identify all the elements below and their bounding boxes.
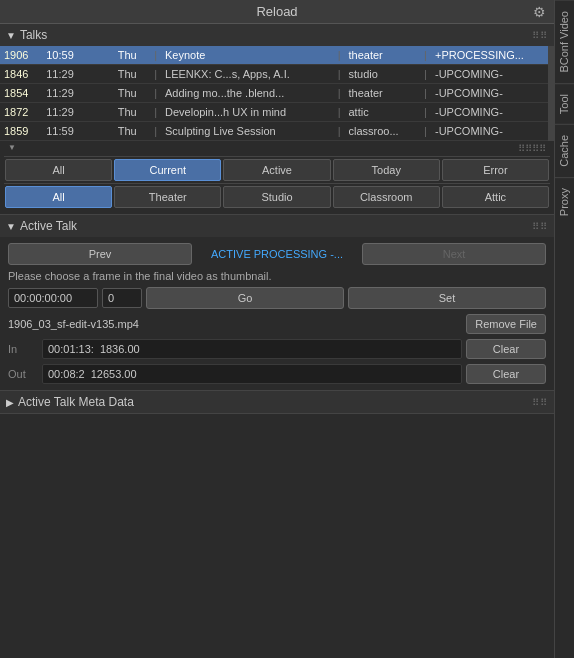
filter-row1-btn-active[interactable]: Active [223, 159, 330, 181]
row-time: 11:59 [42, 122, 114, 141]
active-talk-meta-section: ▶ Active Talk Meta Data ⠿⠿ [0, 391, 554, 414]
row-sep2: | [334, 103, 345, 122]
row-room: theater [345, 46, 421, 65]
row-day: Thu [114, 46, 150, 65]
prev-button[interactable]: Prev [8, 243, 192, 265]
row-status: +PROCESSING... [431, 46, 548, 65]
filter-row2-btn-attic[interactable]: Attic [442, 186, 549, 208]
filter-row1-btn-error[interactable]: Error [442, 159, 549, 181]
active-talk-header[interactable]: ▼ Active Talk ⠿⠿ [0, 215, 554, 237]
table-row[interactable]: 1872 11:29 Thu | Developin...h UX in min… [0, 103, 548, 122]
row-status: -UPCOMING- [431, 103, 548, 122]
set-button[interactable]: Set [348, 287, 546, 309]
row-sep3: | [420, 46, 431, 65]
main-content: Reload ⚙ ▼ Talks ⠿⠿ 1906 10:59 Thu | Key… [0, 0, 554, 658]
clear-out-button[interactable]: Clear [466, 364, 546, 384]
filter-row1-btn-today[interactable]: Today [333, 159, 440, 181]
row-sep3: | [420, 65, 431, 84]
out-label: Out [8, 368, 38, 380]
out-timecode-display: 00:08:2 12653.00 [42, 364, 462, 384]
out-time: 00:08:2 [48, 368, 85, 380]
row-id: 1872 [0, 103, 42, 122]
row-id: 1854 [0, 84, 42, 103]
row-sep1: | [150, 84, 161, 103]
scroll-triangle: ▼ [8, 143, 16, 154]
next-button[interactable]: Next [362, 243, 546, 265]
filename-text: 1906_03_sf-edit-v135.mp4 [8, 318, 462, 330]
active-talk-meta-left: ▶ Active Talk Meta Data [6, 395, 134, 409]
row-time: 10:59 [42, 46, 114, 65]
remove-file-button[interactable]: Remove File [466, 314, 546, 334]
talks-bottom-bar: ▼ ⠿⠿⠿⠿ [0, 141, 554, 156]
timecode-row: Go Set [8, 287, 546, 309]
filter-row1-btn-all[interactable]: All [5, 159, 112, 181]
in-timecode-display: 00:01:13: 1836.00 [42, 339, 462, 359]
in-time: 00:01:13: [48, 343, 94, 355]
table-row[interactable]: 1859 11:59 Thu | Sculpting Live Session … [0, 122, 548, 141]
row-status: -UPCOMING- [431, 122, 548, 141]
filter-row2-btn-studio[interactable]: Studio [223, 186, 330, 208]
active-talk-meta-header[interactable]: ▶ Active Talk Meta Data ⠿⠿ [0, 391, 554, 413]
row-title: Keynote [161, 46, 334, 65]
filename-row: 1906_03_sf-edit-v135.mp4 Remove File [8, 314, 546, 334]
row-time: 11:29 [42, 103, 114, 122]
vtab-proxy[interactable]: Proxy [555, 177, 574, 226]
active-talk-section: ▼ Active Talk ⠿⠿ Prev ACTIVE PROCESSING … [0, 215, 554, 391]
meta-title: Active Talk Meta Data [18, 395, 134, 409]
filter-rows-wrapper: AllCurrentActiveTodayError AllTheaterStu… [0, 156, 554, 214]
vtab-cache[interactable]: Cache [555, 124, 574, 177]
row-sep1: | [150, 122, 161, 141]
active-talk-header-left: ▼ Active Talk [6, 219, 77, 233]
talks-chevron: ▼ [6, 30, 16, 41]
frame-input[interactable] [102, 288, 142, 308]
row-time: 11:29 [42, 84, 114, 103]
filter-row1-btn-current[interactable]: Current [114, 159, 221, 181]
row-title: Adding mo...the .blend... [161, 84, 334, 103]
reload-label: Reload [256, 4, 297, 19]
row-sep3: | [420, 103, 431, 122]
talks-section: ▼ Talks ⠿⠿ 1906 10:59 Thu | Keynote | th… [0, 24, 554, 215]
talks-header[interactable]: ▼ Talks ⠿⠿ [0, 24, 554, 46]
row-room: attic [345, 103, 421, 122]
timecode-input[interactable] [8, 288, 98, 308]
filter-row2-btn-theater[interactable]: Theater [114, 186, 221, 208]
talks-title: Talks [20, 28, 47, 42]
clear-in-button[interactable]: Clear [466, 339, 546, 359]
filter-row2-btn-all[interactable]: All [5, 186, 112, 208]
table-row[interactable]: 1846 11:29 Thu | LEENKX: C...s, Apps, A.… [0, 65, 548, 84]
talks-table: 1906 10:59 Thu | Keynote | theater | +PR… [0, 46, 548, 141]
row-day: Thu [114, 65, 150, 84]
row-sep3: | [420, 122, 431, 141]
filter-row2-btn-classroom[interactable]: Classroom [333, 186, 440, 208]
row-title: Developin...h UX in mind [161, 103, 334, 122]
row-status: -UPCOMING- [431, 65, 548, 84]
table-row[interactable]: 1906 10:59 Thu | Keynote | theater | +PR… [0, 46, 548, 65]
gear-icon[interactable]: ⚙ [533, 4, 546, 20]
talks-scrollbar[interactable] [548, 46, 554, 141]
table-row[interactable]: 1854 11:29 Thu | Adding mo...the .blend.… [0, 84, 548, 103]
row-time: 11:29 [42, 65, 114, 84]
right-sidebar: BConf VideoToolCacheProxy [554, 0, 574, 658]
go-button[interactable]: Go [146, 287, 344, 309]
talks-table-wrapper: 1906 10:59 Thu | Keynote | theater | +PR… [0, 46, 554, 141]
row-room: studio [345, 65, 421, 84]
out-frame: 12653.00 [91, 368, 137, 380]
vtab-tool[interactable]: Tool [555, 83, 574, 124]
meta-chevron: ▶ [6, 397, 14, 408]
row-id: 1846 [0, 65, 42, 84]
filter-row-2: AllTheaterStudioClassroomAttic [4, 183, 550, 210]
active-talk-title: Active Talk [20, 219, 77, 233]
row-day: Thu [114, 122, 150, 141]
talks-header-dots: ⠿⠿ [532, 30, 548, 41]
row-sep1: | [150, 65, 161, 84]
row-sep2: | [334, 46, 345, 65]
vtab-bconf-video[interactable]: BConf Video [555, 0, 574, 83]
resize-handle[interactable]: ⠿⠿⠿⠿ [518, 143, 546, 154]
out-row: Out 00:08:2 12653.00 Clear [8, 364, 546, 384]
active-talk-header-dots: ⠿⠿ [532, 221, 548, 232]
talks-header-left: ▼ Talks [6, 28, 47, 42]
in-frame: 1836.00 [100, 343, 140, 355]
row-room: classroo... [345, 122, 421, 141]
in-label: In [8, 343, 38, 355]
row-sep3: | [420, 84, 431, 103]
